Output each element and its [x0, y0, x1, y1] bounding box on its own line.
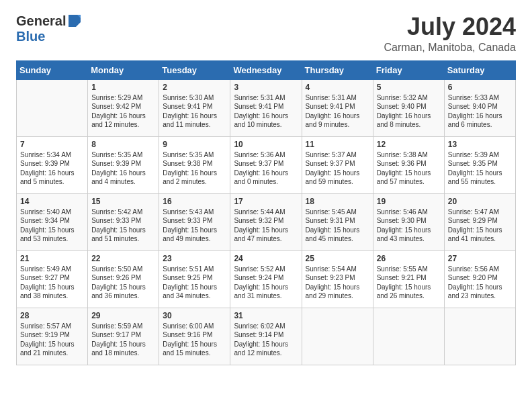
- day-info: Sunrise: 5:30 AM Sunset: 9:41 PM Dayligh…: [163, 93, 226, 130]
- day-info: Sunrise: 5:57 AM Sunset: 9:19 PM Dayligh…: [20, 322, 84, 358]
- day-info: Sunrise: 5:42 AM Sunset: 9:33 PM Dayligh…: [91, 208, 155, 244]
- day-info: Sunrise: 5:31 AM Sunset: 9:41 PM Dayligh…: [234, 93, 298, 130]
- calendar-day-cell: 22Sunrise: 5:50 AM Sunset: 9:26 PM Dayli…: [88, 250, 159, 308]
- calendar-day-cell: 3Sunrise: 5:31 AM Sunset: 9:41 PM Daylig…: [230, 79, 302, 136]
- logo-general: General: [16, 13, 66, 29]
- calendar-header-row: SundayMondayTuesdayWednesdayThursdayFrid…: [17, 60, 516, 79]
- calendar-day-cell: 18Sunrise: 5:45 AM Sunset: 9:31 PM Dayli…: [302, 193, 373, 250]
- calendar-day-cell: 12Sunrise: 5:38 AM Sunset: 9:36 PM Dayli…: [373, 136, 444, 193]
- day-info: Sunrise: 5:47 AM Sunset: 9:29 PM Dayligh…: [448, 208, 512, 244]
- day-number: 31: [234, 311, 298, 320]
- day-number: 30: [163, 311, 226, 320]
- calendar-day-cell: 5Sunrise: 5:32 AM Sunset: 9:40 PM Daylig…: [373, 79, 444, 136]
- day-info: Sunrise: 5:37 AM Sunset: 9:37 PM Dayligh…: [306, 150, 369, 187]
- day-number: 5: [377, 83, 441, 92]
- day-info: Sunrise: 5:43 AM Sunset: 9:33 PM Dayligh…: [163, 208, 226, 244]
- day-info: Sunrise: 5:33 AM Sunset: 9:40 PM Dayligh…: [448, 93, 512, 130]
- svg-marker-0: [69, 15, 81, 27]
- calendar-week-row: 14Sunrise: 5:40 AM Sunset: 9:34 PM Dayli…: [17, 193, 516, 250]
- calendar-day-cell: 2Sunrise: 5:30 AM Sunset: 9:41 PM Daylig…: [159, 79, 230, 136]
- day-info: Sunrise: 5:39 AM Sunset: 9:35 PM Dayligh…: [448, 150, 512, 187]
- calendar-day-cell: 27Sunrise: 5:56 AM Sunset: 9:20 PM Dayli…: [444, 250, 515, 308]
- logo: General Blue: [16, 13, 82, 44]
- day-info: Sunrise: 5:50 AM Sunset: 9:26 PM Dayligh…: [91, 265, 155, 301]
- weekday-header-cell: Tuesday: [159, 60, 230, 79]
- day-number: 29: [91, 311, 155, 320]
- calendar-table: SundayMondayTuesdayWednesdayThursdayFrid…: [16, 60, 516, 365]
- day-info: Sunrise: 5:40 AM Sunset: 9:34 PM Dayligh…: [20, 208, 84, 244]
- calendar-day-cell: [302, 308, 373, 365]
- calendar-day-cell: 23Sunrise: 5:51 AM Sunset: 9:25 PM Dayli…: [159, 250, 230, 308]
- calendar-day-cell: 14Sunrise: 5:40 AM Sunset: 9:34 PM Dayli…: [17, 193, 88, 250]
- calendar-week-row: 1Sunrise: 5:29 AM Sunset: 9:42 PM Daylig…: [17, 79, 516, 136]
- calendar-day-cell: 19Sunrise: 5:46 AM Sunset: 9:30 PM Dayli…: [373, 193, 444, 250]
- calendar-day-cell: 30Sunrise: 6:00 AM Sunset: 9:16 PM Dayli…: [159, 308, 230, 365]
- day-number: 13: [448, 140, 512, 149]
- calendar-day-cell: [373, 308, 444, 365]
- day-info: Sunrise: 5:45 AM Sunset: 9:31 PM Dayligh…: [306, 208, 369, 244]
- day-number: 11: [306, 140, 369, 149]
- day-number: 16: [163, 197, 226, 206]
- weekday-header-cell: Thursday: [302, 60, 373, 79]
- day-number: 23: [163, 254, 226, 263]
- calendar-day-cell: 25Sunrise: 5:54 AM Sunset: 9:23 PM Dayli…: [302, 250, 373, 308]
- day-number: 10: [234, 140, 298, 149]
- calendar-day-cell: 26Sunrise: 5:55 AM Sunset: 9:21 PM Dayli…: [373, 250, 444, 308]
- day-info: Sunrise: 5:44 AM Sunset: 9:32 PM Dayligh…: [234, 208, 298, 244]
- day-info: Sunrise: 5:32 AM Sunset: 9:40 PM Dayligh…: [377, 93, 441, 130]
- page-header: General Blue July 2024 Carman, Manitoba,…: [16, 13, 516, 54]
- day-number: 12: [377, 140, 441, 149]
- day-info: Sunrise: 5:54 AM Sunset: 9:23 PM Dayligh…: [306, 265, 369, 301]
- day-info: Sunrise: 5:34 AM Sunset: 9:39 PM Dayligh…: [20, 150, 84, 187]
- day-number: 15: [91, 197, 155, 206]
- day-number: 1: [91, 83, 155, 92]
- calendar-day-cell: 1Sunrise: 5:29 AM Sunset: 9:42 PM Daylig…: [88, 79, 159, 136]
- calendar-day-cell: 28Sunrise: 5:57 AM Sunset: 9:19 PM Dayli…: [17, 308, 88, 365]
- day-number: 7: [20, 140, 84, 149]
- calendar-day-cell: 8Sunrise: 5:35 AM Sunset: 9:39 PM Daylig…: [88, 136, 159, 193]
- day-info: Sunrise: 5:31 AM Sunset: 9:41 PM Dayligh…: [306, 93, 369, 130]
- calendar-day-cell: 15Sunrise: 5:42 AM Sunset: 9:33 PM Dayli…: [88, 193, 159, 250]
- calendar-day-cell: 16Sunrise: 5:43 AM Sunset: 9:33 PM Dayli…: [159, 193, 230, 250]
- day-number: 28: [20, 311, 84, 320]
- day-info: Sunrise: 5:46 AM Sunset: 9:30 PM Dayligh…: [377, 208, 441, 244]
- title-location: Carman, Manitoba, Canada: [384, 42, 516, 54]
- weekday-header-cell: Sunday: [17, 60, 88, 79]
- day-info: Sunrise: 5:35 AM Sunset: 9:38 PM Dayligh…: [163, 150, 226, 187]
- day-info: Sunrise: 6:00 AM Sunset: 9:16 PM Dayligh…: [163, 322, 226, 358]
- calendar-day-cell: 17Sunrise: 5:44 AM Sunset: 9:32 PM Dayli…: [230, 193, 302, 250]
- day-info: Sunrise: 5:52 AM Sunset: 9:24 PM Dayligh…: [234, 265, 298, 301]
- day-number: 22: [91, 254, 155, 263]
- calendar-day-cell: 13Sunrise: 5:39 AM Sunset: 9:35 PM Dayli…: [444, 136, 515, 193]
- calendar-day-cell: 24Sunrise: 5:52 AM Sunset: 9:24 PM Dayli…: [230, 250, 302, 308]
- calendar-body: 1Sunrise: 5:29 AM Sunset: 9:42 PM Daylig…: [17, 79, 516, 365]
- day-number: 8: [91, 140, 155, 149]
- calendar-day-cell: 29Sunrise: 5:59 AM Sunset: 9:17 PM Dayli…: [88, 308, 159, 365]
- day-number: 19: [377, 197, 441, 206]
- calendar-day-cell: 20Sunrise: 5:47 AM Sunset: 9:29 PM Dayli…: [444, 193, 515, 250]
- calendar-day-cell: 7Sunrise: 5:34 AM Sunset: 9:39 PM Daylig…: [17, 136, 88, 193]
- calendar-day-cell: 10Sunrise: 5:36 AM Sunset: 9:37 PM Dayli…: [230, 136, 302, 193]
- day-info: Sunrise: 5:51 AM Sunset: 9:25 PM Dayligh…: [163, 265, 226, 301]
- day-info: Sunrise: 5:56 AM Sunset: 9:20 PM Dayligh…: [448, 265, 512, 301]
- calendar-week-row: 7Sunrise: 5:34 AM Sunset: 9:39 PM Daylig…: [17, 136, 516, 193]
- weekday-header-cell: Monday: [88, 60, 159, 79]
- logo-blue: Blue: [16, 29, 45, 44]
- day-info: Sunrise: 6:02 AM Sunset: 9:14 PM Dayligh…: [234, 322, 298, 358]
- day-number: 18: [306, 197, 369, 206]
- calendar-day-cell: 9Sunrise: 5:35 AM Sunset: 9:38 PM Daylig…: [159, 136, 230, 193]
- day-info: Sunrise: 5:59 AM Sunset: 9:17 PM Dayligh…: [91, 322, 155, 358]
- day-info: Sunrise: 5:29 AM Sunset: 9:42 PM Dayligh…: [91, 93, 155, 130]
- calendar-week-row: 21Sunrise: 5:49 AM Sunset: 9:27 PM Dayli…: [17, 250, 516, 308]
- calendar-day-cell: 31Sunrise: 6:02 AM Sunset: 9:14 PM Dayli…: [230, 308, 302, 365]
- day-number: 9: [163, 140, 226, 149]
- day-info: Sunrise: 5:55 AM Sunset: 9:21 PM Dayligh…: [377, 265, 441, 301]
- weekday-header-cell: Friday: [373, 60, 444, 79]
- calendar-week-row: 28Sunrise: 5:57 AM Sunset: 9:19 PM Dayli…: [17, 308, 516, 365]
- day-number: 14: [20, 197, 84, 206]
- calendar-day-cell: 4Sunrise: 5:31 AM Sunset: 9:41 PM Daylig…: [302, 79, 373, 136]
- day-number: 25: [306, 254, 369, 263]
- weekday-header-cell: Wednesday: [230, 60, 302, 79]
- day-number: 20: [448, 197, 512, 206]
- day-number: 27: [448, 254, 512, 263]
